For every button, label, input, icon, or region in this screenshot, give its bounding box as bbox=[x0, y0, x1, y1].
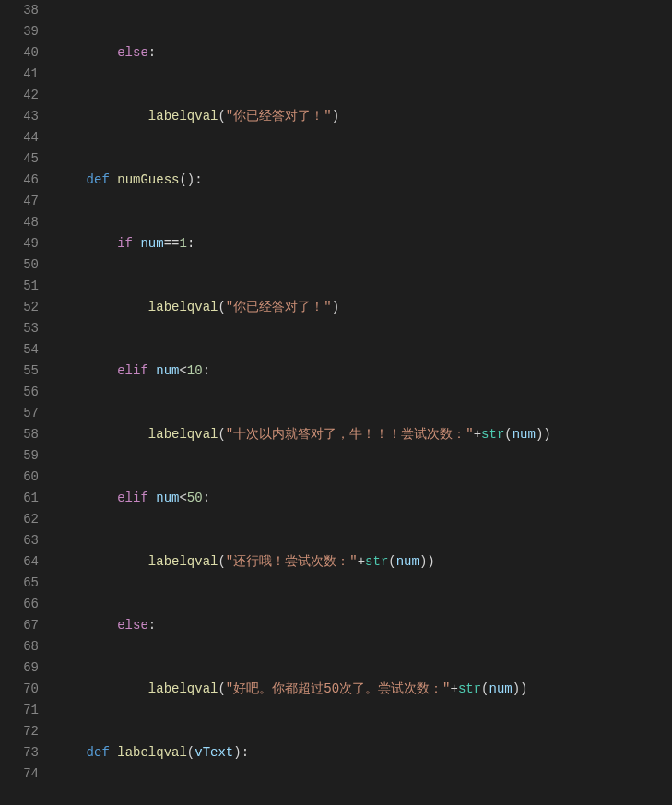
line-number: 46 bbox=[0, 170, 39, 191]
line-number: 54 bbox=[0, 339, 39, 361]
code-line[interactable]: def labelqval(vText): bbox=[55, 742, 672, 764]
line-number: 71 bbox=[0, 700, 39, 721]
code-line[interactable]: elif num<50: bbox=[55, 488, 672, 509]
line-number: 56 bbox=[0, 382, 39, 403]
line-number: 59 bbox=[0, 445, 39, 467]
line-number: 39 bbox=[0, 21, 39, 42]
line-number: 73 bbox=[0, 742, 39, 764]
line-number: 69 bbox=[0, 657, 39, 679]
code-line[interactable]: def numGuess(): bbox=[55, 170, 672, 191]
code-line[interactable]: else: bbox=[55, 615, 672, 636]
line-number: 41 bbox=[0, 64, 39, 85]
line-number: 55 bbox=[0, 361, 39, 382]
code-line[interactable]: labelqval("还行哦！尝试次数："+str(num)) bbox=[55, 551, 672, 573]
line-number: 43 bbox=[0, 106, 39, 127]
line-number: 67 bbox=[0, 615, 39, 636]
line-number: 47 bbox=[0, 191, 39, 212]
line-number: 66 bbox=[0, 594, 39, 615]
line-number: 57 bbox=[0, 403, 39, 424]
line-number: 68 bbox=[0, 636, 39, 657]
line-number: 60 bbox=[0, 467, 39, 488]
code-line[interactable]: labelqval("你已经答对了！") bbox=[55, 106, 672, 127]
code-line[interactable]: if num==1: bbox=[55, 233, 672, 255]
line-number: 74 bbox=[0, 764, 39, 785]
code-line[interactable]: else: bbox=[55, 42, 672, 64]
line-number: 45 bbox=[0, 148, 39, 170]
line-number: 70 bbox=[0, 679, 39, 700]
code-content[interactable]: else: labelqval("你已经答对了！") def numGuess(… bbox=[55, 0, 672, 805]
line-number: 65 bbox=[0, 573, 39, 594]
line-number: 72 bbox=[0, 721, 39, 742]
line-number: 52 bbox=[0, 297, 39, 318]
line-number: 38 bbox=[0, 0, 39, 21]
code-editor[interactable]: 3839404142434445464748495051525354555657… bbox=[0, 0, 672, 805]
line-number: 44 bbox=[0, 127, 39, 148]
line-number: 49 bbox=[0, 233, 39, 255]
line-number: 40 bbox=[0, 42, 39, 64]
code-line[interactable]: elif num<10: bbox=[55, 361, 672, 382]
line-number-gutter: 3839404142434445464748495051525354555657… bbox=[0, 0, 55, 805]
line-number: 53 bbox=[0, 318, 39, 339]
line-number: 61 bbox=[0, 488, 39, 509]
code-line[interactable]: labelqval("十次以内就答对了，牛！！！尝试次数："+str(num)) bbox=[55, 424, 672, 445]
line-number: 48 bbox=[0, 212, 39, 233]
line-number: 42 bbox=[0, 85, 39, 106]
line-number: 58 bbox=[0, 424, 39, 445]
line-number: 51 bbox=[0, 276, 39, 297]
code-line[interactable]: labelqval("你已经答对了！") bbox=[55, 297, 672, 318]
line-number: 63 bbox=[0, 530, 39, 551]
line-number: 50 bbox=[0, 255, 39, 276]
line-number: 64 bbox=[0, 551, 39, 573]
line-number: 62 bbox=[0, 509, 39, 530]
code-line[interactable]: labelqval("好吧。你都超过50次了。尝试次数："+str(num)) bbox=[55, 679, 672, 700]
